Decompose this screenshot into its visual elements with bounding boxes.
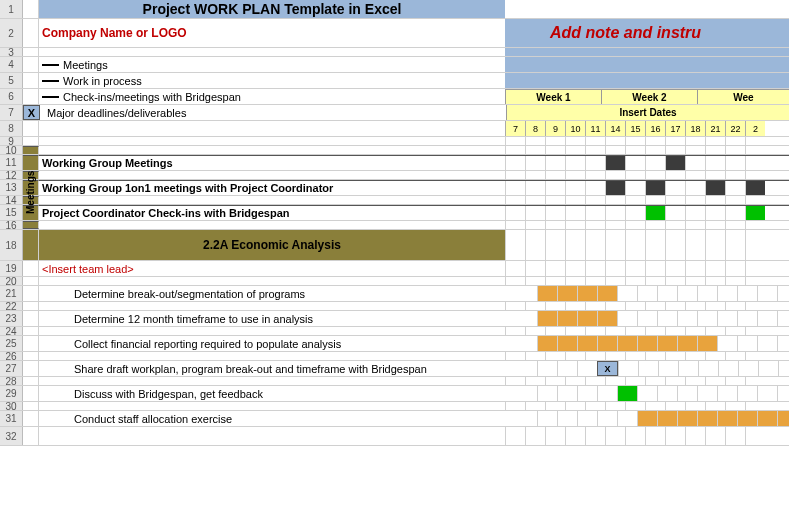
row-12[interactable]: 12 xyxy=(0,171,789,180)
legend-meetings-icon xyxy=(42,64,59,66)
row-5[interactable]: 5 Work in process xyxy=(0,73,789,89)
legend-checkins-label: Check-ins/meetings with Bridgespan xyxy=(63,91,241,103)
gantt-checkin-icon xyxy=(617,386,637,401)
row-19[interactable]: 19 <Insert team lead> xyxy=(0,261,789,277)
gantt-checkin-icon xyxy=(645,206,665,220)
row-31[interactable]: 31 Conduct staff allocation exercise xyxy=(0,411,789,427)
spreadsheet[interactable]: 1 Project WORK PLAN Template in Excel 2 … xyxy=(0,0,789,446)
mrow2-label[interactable]: Working Group 1on1 meetings with Project… xyxy=(39,180,505,195)
row-16[interactable]: 16 xyxy=(0,221,789,230)
week1-header: Week 1 xyxy=(505,89,601,104)
rownum: 1 xyxy=(0,0,23,18)
row-22[interactable]: 22 xyxy=(0,302,789,311)
task2-label[interactable]: Determine 12 month timeframe to use in a… xyxy=(39,311,537,326)
week2-header: Week 2 xyxy=(601,89,697,104)
company-name[interactable]: Company Name or LOGO xyxy=(39,19,505,47)
row-8[interactable]: 8 7 8 9 10 11 14 15 16 17 18 21 22 2 xyxy=(0,121,789,137)
gutter xyxy=(23,0,39,18)
row-15[interactable]: 15 Project Coordinator Check-ins with Br… xyxy=(0,205,789,221)
row-13[interactable]: 13 Working Group 1on1 meetings with Proj… xyxy=(0,180,789,196)
task1-label[interactable]: Determine break-out/segmentation of prog… xyxy=(39,286,537,301)
row-24[interactable]: 24 xyxy=(0,327,789,336)
row-7[interactable]: 7 X Major deadlines/deliverables Insert … xyxy=(0,105,789,121)
milestone-x-icon: X xyxy=(597,361,618,376)
row-1[interactable]: 1 Project WORK PLAN Template in Excel xyxy=(0,0,789,19)
page-title: Project WORK PLAN Template in Excel xyxy=(39,0,505,18)
row-20[interactable]: 20 xyxy=(0,277,789,286)
right-pane xyxy=(505,0,789,18)
row-30[interactable]: 30 xyxy=(0,402,789,411)
row-9[interactable]: 9 xyxy=(0,137,789,146)
row-2[interactable]: 2 Company Name or LOGO Add note and inst… xyxy=(0,19,789,48)
mrow3-label[interactable]: Project Coordinator Check-ins with Bridg… xyxy=(39,205,505,220)
row-25[interactable]: 25 Collect financial reporting required … xyxy=(0,336,789,352)
row-6[interactable]: 6 Check-ins/meetings with Bridgespan Wee… xyxy=(0,89,789,105)
gantt-wip-icon xyxy=(537,286,557,301)
row-29[interactable]: 29 Discuss with Bridgespan, get feedback xyxy=(0,386,789,402)
row-23[interactable]: 23 Determine 12 month timeframe to use i… xyxy=(0,311,789,327)
legend-wip-label: Work in process xyxy=(63,75,142,87)
insert-dates-header: Insert Dates xyxy=(506,105,789,120)
meetings-vertical-label: Meetings xyxy=(25,154,36,214)
gantt-checkin-icon xyxy=(745,206,765,220)
row-26[interactable]: 26 xyxy=(0,352,789,361)
row-11[interactable]: 11 Meetings Working Group Meetings xyxy=(0,155,789,171)
gantt-meeting-icon xyxy=(645,181,665,195)
gantt-meeting-icon xyxy=(605,156,625,170)
week3-header: Wee xyxy=(697,89,789,104)
legend-checkins-icon xyxy=(42,96,59,98)
meetings-sidebar: Meetings xyxy=(23,155,39,170)
legend-x-icon: X xyxy=(23,105,40,120)
week-header-row: Week 1 Week 2 Wee xyxy=(505,89,789,104)
row-18[interactable]: 18 2.2A Economic Analysis xyxy=(0,230,789,261)
note-banner[interactable]: Add note and instru xyxy=(505,19,789,47)
rownum: 3 xyxy=(0,48,23,56)
gutter xyxy=(23,19,39,47)
legend-wip-icon xyxy=(42,80,59,82)
gantt-meeting-icon xyxy=(745,181,765,195)
rownum: 2 xyxy=(0,19,23,47)
row-21[interactable]: 21 Determine break-out/segmentation of p… xyxy=(0,286,789,302)
task6-label[interactable]: Conduct staff allocation exercise xyxy=(39,411,537,426)
legend-meetings-label: Meetings xyxy=(63,59,108,71)
gantt-meeting-icon xyxy=(665,156,685,170)
task4-label[interactable]: Share draft workplan, program break-out … xyxy=(39,361,537,376)
legend-deadlines-label: Major deadlines/deliverables xyxy=(47,107,186,119)
row-4[interactable]: 4 Meetings xyxy=(0,57,789,73)
team-lead-field[interactable]: <Insert team lead> xyxy=(39,261,505,276)
row-28[interactable]: 28 xyxy=(0,377,789,386)
task5-label[interactable]: Discuss with Bridgespan, get feedback xyxy=(39,386,537,401)
gantt-meeting-icon xyxy=(605,181,625,195)
section-header: 2.2A Economic Analysis xyxy=(39,230,505,260)
row-3[interactable]: 3 xyxy=(0,48,789,57)
row-10[interactable]: 10 xyxy=(0,146,789,155)
gantt-meeting-icon xyxy=(705,181,725,195)
mrow1-label[interactable]: Working Group Meetings xyxy=(39,155,505,170)
row-27[interactable]: 27 Share draft workplan, program break-o… xyxy=(0,361,789,377)
task3-label[interactable]: Collect financial reporting required to … xyxy=(39,336,537,351)
row-32[interactable]: 32 xyxy=(0,427,789,446)
row-14[interactable]: 14 xyxy=(0,196,789,205)
day-numbers-row: 7 8 9 10 11 14 15 16 17 18 21 22 2 xyxy=(505,121,789,136)
